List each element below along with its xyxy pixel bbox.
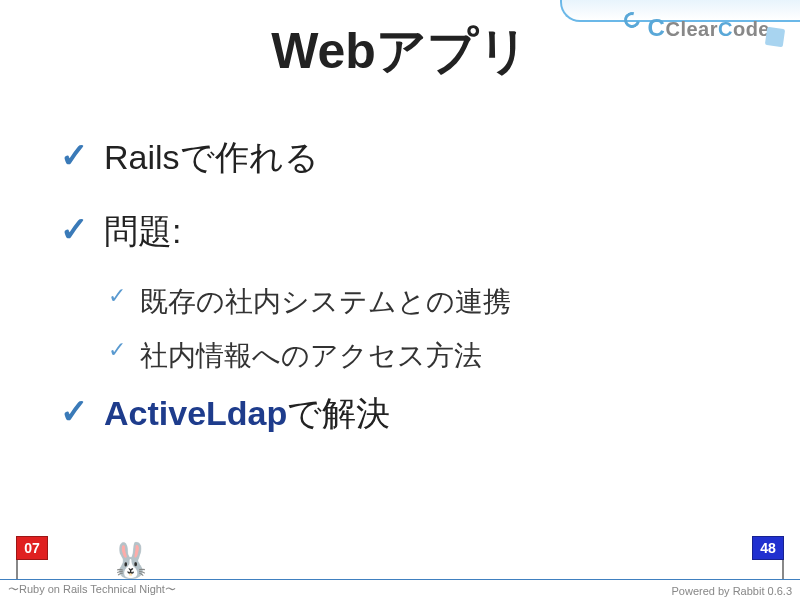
sub-bullet-group: ✓ 既存の社内システムとの連携 ✓ 社内情報へのアクセス方法 xyxy=(60,283,740,375)
bullet-text: ActiveLdapで解決 xyxy=(104,391,390,437)
bullet-item: ✓ 問題: xyxy=(60,209,740,255)
flag-pole-icon xyxy=(16,560,18,580)
total-pages-number: 48 xyxy=(752,536,784,560)
logo: CClearCode xyxy=(648,14,770,42)
total-pages-flag: 48 xyxy=(752,536,784,580)
check-icon: ✓ xyxy=(108,337,126,363)
footer-divider xyxy=(0,579,800,580)
rabbit-icon: 🐰 xyxy=(110,540,152,580)
logo-code: ode xyxy=(733,18,770,40)
footer-event-name: 〜Ruby on Rails Technical Night〜 xyxy=(8,582,176,597)
bullet-text: 問題: xyxy=(104,209,181,255)
header-decoration: CClearCode xyxy=(540,0,800,50)
emphasis-text: ActiveLdap xyxy=(104,394,287,432)
slide-footer: 07 🐰 48 〜Ruby on Rails Technical Night〜 … xyxy=(0,530,800,600)
sub-bullet-text: 既存の社内システムとの連携 xyxy=(140,283,511,321)
sub-bullet-item: ✓ 既存の社内システムとの連携 xyxy=(108,283,740,321)
check-icon: ✓ xyxy=(60,391,88,431)
logo-c1: C xyxy=(648,14,666,41)
bullet-item: ✓ Railsで作れる xyxy=(60,135,740,181)
check-icon: ✓ xyxy=(60,209,88,249)
sub-bullet-item: ✓ 社内情報へのアクセス方法 xyxy=(108,337,740,375)
current-page-number: 07 xyxy=(16,536,48,560)
logo-c2: C xyxy=(718,18,733,40)
bullet-text: Railsで作れる xyxy=(104,135,319,181)
sub-bullet-text: 社内情報へのアクセス方法 xyxy=(140,337,482,375)
flag-pole-icon xyxy=(782,560,784,580)
check-icon: ✓ xyxy=(60,135,88,175)
current-page-flag: 07 xyxy=(16,536,48,580)
footer-powered-by: Powered by Rabbit 0.6.3 xyxy=(672,585,792,597)
bullet-text-rest: で解決 xyxy=(287,394,390,432)
slide-content: ✓ Railsで作れる ✓ 問題: ✓ 既存の社内システムとの連携 ✓ 社内情報… xyxy=(0,85,800,437)
check-icon: ✓ xyxy=(108,283,126,309)
bullet-item: ✓ ActiveLdapで解決 xyxy=(60,391,740,437)
logo-clear: Clear xyxy=(665,18,718,40)
logo-square-icon xyxy=(765,27,785,47)
